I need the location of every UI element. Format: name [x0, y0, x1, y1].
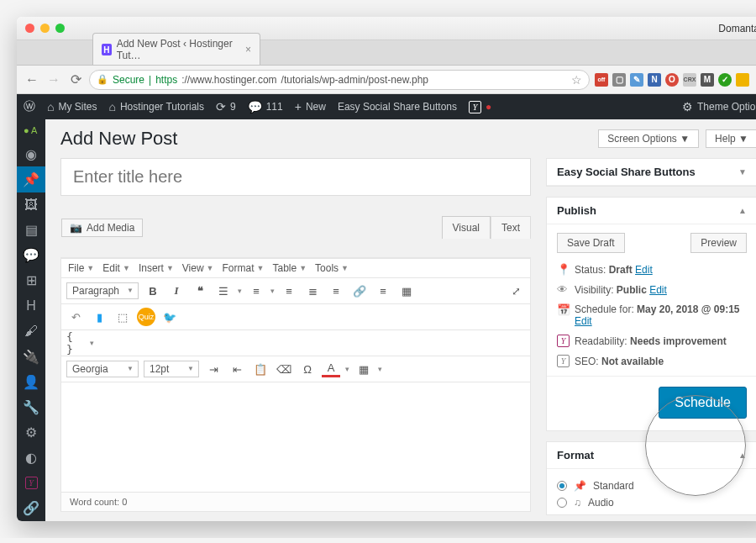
read-more-button[interactable]: ≡	[374, 282, 392, 300]
blockquote-button[interactable]: ❝	[191, 282, 209, 300]
minimize-window-button[interactable]	[40, 24, 50, 33]
indent-left-button[interactable]: ⇤	[228, 360, 246, 378]
ext-icon[interactable]: N	[648, 73, 661, 87]
ext-icon[interactable]: O	[665, 73, 679, 87]
reload-button[interactable]: ⟳	[67, 71, 84, 87]
menu-view[interactable]: View▼	[182, 262, 214, 274]
menu-format[interactable]: Format▼	[223, 262, 265, 274]
menu-edit[interactable]: Edit▼	[102, 262, 130, 274]
add-media-button[interactable]: 📷Add Media	[61, 219, 143, 237]
shortcode-button[interactable]: { }	[66, 334, 85, 352]
edit-visibility-link[interactable]: Edit	[649, 284, 667, 296]
table-button[interactable]: ▦	[354, 360, 373, 378]
ext-icon[interactable]: off	[595, 73, 608, 87]
dashboard-menu-icon[interactable]: ◉	[17, 141, 45, 166]
format-metabox-header[interactable]: Format▲	[547, 442, 756, 469]
address-bar[interactable]: 🔒 Secure | https://www.hostinger.com/tut…	[89, 70, 590, 90]
format-option-audio[interactable]: ♫ Audio	[557, 494, 747, 511]
font-family-select[interactable]: Georgia	[66, 361, 139, 377]
yoast-menu-icon[interactable]: Y	[17, 471, 45, 496]
essb-bar-link[interactable]: Easy Social Share Buttons	[338, 101, 457, 113]
essb-metabox-header[interactable]: Easy Social Share Buttons▼	[547, 159, 756, 186]
number-list-button[interactable]: ≡	[247, 282, 265, 300]
post-title-input[interactable]	[60, 158, 531, 196]
appearance-menu-icon[interactable]: 🖌	[17, 319, 45, 344]
theme-options-link[interactable]: ⚙Theme Options	[682, 100, 756, 113]
menu-file[interactable]: File▼	[68, 262, 94, 274]
schedule-button[interactable]: Schedule	[659, 387, 747, 419]
yoast-icon: Y	[557, 355, 570, 367]
close-window-button[interactable]	[25, 24, 34, 33]
format-option-standard[interactable]: 📌 Standard	[557, 477, 747, 494]
format-select[interactable]: Paragraph	[66, 282, 139, 299]
ext-icon[interactable]: CRX	[683, 73, 696, 87]
close-tab-icon[interactable]: ×	[245, 44, 251, 55]
visual-tab[interactable]: Visual	[442, 216, 491, 239]
bold-button[interactable]: B	[144, 282, 162, 300]
indent-right-button[interactable]: ⇥	[204, 360, 223, 378]
plugins-menu-icon[interactable]: 🔌	[17, 344, 45, 369]
edit-schedule-link[interactable]: Edit	[575, 315, 592, 327]
forward-button[interactable]: →	[45, 72, 62, 87]
text-tab[interactable]: Text	[491, 216, 531, 239]
twitter-button[interactable]: 🐦	[160, 308, 179, 326]
admin-menu-item[interactable]: ⊞	[17, 268, 45, 293]
paste-button[interactable]: 📋	[251, 360, 270, 378]
back-button[interactable]: ←	[24, 72, 40, 87]
ext-icon[interactable]: M	[701, 73, 714, 87]
text-color-button[interactable]: A	[322, 361, 340, 377]
plugin-button[interactable]: Quiz	[137, 308, 155, 326]
menu-tools[interactable]: Tools▼	[315, 262, 349, 274]
maximize-window-button[interactable]	[55, 24, 65, 33]
pages-menu-icon[interactable]: ▤	[17, 218, 45, 243]
site-name-link[interactable]: ⌂Hostinger Tutorials	[108, 100, 204, 113]
align-right-button[interactable]: ≡	[327, 282, 345, 300]
screen-options-button[interactable]: Screen Options ▼	[598, 129, 699, 148]
new-content-link[interactable]: +New	[295, 100, 326, 113]
ext-icon[interactable]	[736, 73, 749, 87]
special-char-button[interactable]: Ω	[298, 360, 317, 378]
toolbar-toggle-button[interactable]: ▦	[397, 282, 416, 300]
updates-link[interactable]: ⟳9	[216, 100, 236, 113]
my-sites-link[interactable]: ⌂My Sites	[47, 100, 97, 113]
posts-menu-icon[interactable]: 📌	[17, 166, 45, 192]
help-button[interactable]: Help ▼	[706, 129, 756, 148]
admin-menu-item[interactable]: ● A	[17, 119, 45, 141]
italic-button[interactable]: I	[167, 282, 186, 300]
status-row: 📍 Status: Draft Edit	[557, 263, 747, 276]
menu-insert[interactable]: Insert▼	[139, 262, 174, 274]
browser-tab[interactable]: H Add New Post ‹ Hostinger Tut… ×	[92, 33, 260, 65]
plugin-button[interactable]: ⬚	[113, 308, 132, 326]
align-center-button[interactable]: ≣	[303, 282, 322, 300]
ctt-button[interactable]: ▮	[90, 308, 108, 326]
menu-table[interactable]: Table▼	[272, 262, 307, 274]
preview-button[interactable]: Preview	[690, 233, 747, 253]
clear-format-button[interactable]: ⌫	[275, 360, 293, 378]
font-size-select[interactable]: 12pt	[144, 361, 199, 377]
wp-logo-icon[interactable]: ⓦ	[24, 99, 35, 114]
admin-menu-item[interactable]: ◐	[17, 445, 45, 471]
ext-icon[interactable]: ✓	[718, 73, 732, 87]
admin-menu-item[interactable]: 🔗	[17, 496, 45, 521]
edit-status-link[interactable]: Edit	[635, 264, 653, 276]
users-menu-icon[interactable]: 👤	[17, 369, 45, 394]
link-button[interactable]: 🔗	[350, 282, 369, 300]
publish-metabox-header[interactable]: Publish▲	[547, 198, 756, 224]
ext-icon[interactable]: ✎	[630, 73, 643, 87]
bullet-list-button[interactable]: ☰	[214, 282, 233, 300]
settings-menu-icon[interactable]: ⚙	[17, 420, 45, 445]
undo-button[interactable]: ↶	[66, 308, 85, 326]
bookmark-star-icon[interactable]: ☆	[571, 73, 582, 87]
comments-menu-icon[interactable]: 💬	[17, 243, 45, 268]
ext-icon[interactable]: ▢	[612, 73, 626, 87]
content-area: Add New Post Screen Options ▼ Help ▼ 📷Ad…	[45, 119, 756, 521]
media-menu-icon[interactable]: 🖼	[17, 192, 45, 218]
comments-link[interactable]: 💬111	[248, 100, 283, 113]
editor-body[interactable]	[61, 382, 530, 492]
tools-menu-icon[interactable]: 🔧	[17, 394, 45, 419]
align-left-button[interactable]: ≡	[280, 282, 298, 300]
fullscreen-button[interactable]: ⤢	[507, 282, 525, 300]
admin-menu-item[interactable]: H	[17, 293, 45, 319]
save-draft-button[interactable]: Save Draft	[557, 233, 625, 253]
yoast-bar-icon[interactable]: Y●	[469, 101, 491, 113]
